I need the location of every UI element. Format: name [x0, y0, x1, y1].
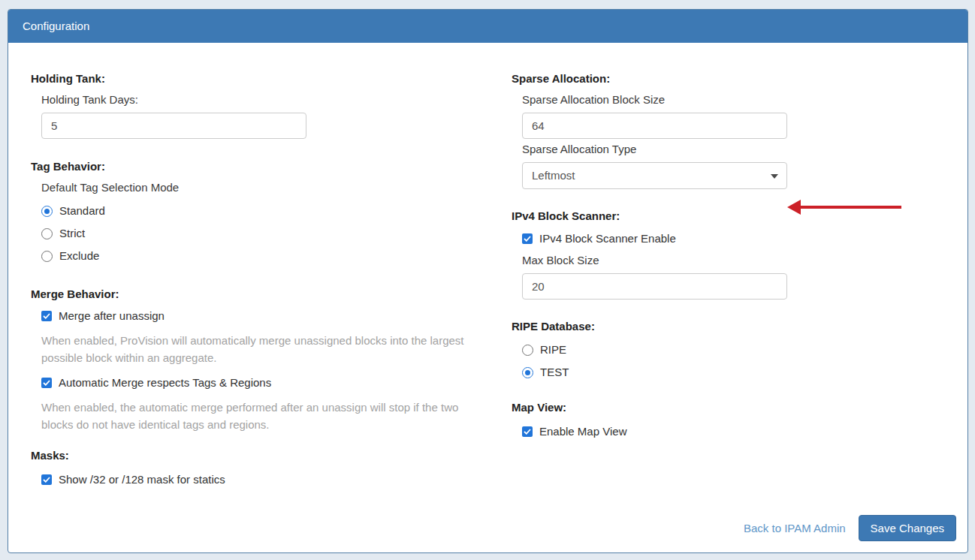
- max-block-size-label: Max Block Size: [522, 254, 947, 267]
- footer-actions: Back to IPAM Admin Save Changes: [744, 515, 956, 541]
- holding-tank-days-label: Holding Tank Days:: [41, 93, 493, 107]
- respects-tags-checkbox[interactable]: [41, 378, 52, 388]
- sparse-type-selected-value: Leftmost: [532, 169, 575, 182]
- holding-tank-days-input[interactable]: [41, 113, 306, 139]
- red-arrow-shaft: [798, 206, 901, 209]
- sparse-type-label: Sparse Allocation Type: [522, 143, 947, 156]
- ipv4-scanner-enable-row[interactable]: IPv4 Block Scanner Enable: [522, 232, 947, 245]
- enable-map-view-row[interactable]: Enable Map View: [522, 425, 947, 438]
- radio-option-test[interactable]: TEST: [522, 366, 947, 379]
- merge-after-unassign-checkbox[interactable]: [41, 311, 52, 321]
- checkmark-icon: [43, 313, 50, 319]
- max-block-size-input[interactable]: [522, 273, 787, 300]
- show-mask-checkbox[interactable]: [41, 474, 52, 485]
- radio-test-label[interactable]: TEST: [540, 366, 569, 379]
- default-tag-selection-mode-label: Default Tag Selection Mode: [41, 181, 493, 194]
- save-changes-button[interactable]: Save Changes: [859, 515, 956, 541]
- masks-heading: Masks:: [31, 449, 493, 462]
- merge-after-unassign-row[interactable]: Merge after unassign: [41, 309, 493, 323]
- radio-exclude[interactable]: [41, 251, 53, 262]
- enable-map-view-label[interactable]: Enable Map View: [539, 425, 626, 438]
- respects-tags-label[interactable]: Automatic Merge respects Tags & Regions: [59, 376, 271, 390]
- back-to-ipam-admin-link[interactable]: Back to IPAM Admin: [744, 522, 846, 534]
- checkmark-icon: [524, 236, 531, 242]
- respects-tags-help: When enabled, the automatic merge perfor…: [41, 399, 492, 433]
- radio-option-standard[interactable]: Standard: [41, 204, 493, 218]
- radio-standard[interactable]: [41, 206, 53, 217]
- radio-strict[interactable]: [41, 228, 53, 239]
- radio-test[interactable]: [522, 367, 533, 378]
- map-view-heading: Map View:: [512, 401, 947, 414]
- panel-body: Holding Tank: Holding Tank Days: Tag Beh…: [8, 43, 967, 553]
- radio-ripe-label[interactable]: RIPE: [540, 343, 566, 357]
- radio-option-ripe[interactable]: RIPE: [522, 343, 947, 357]
- red-arrow-annotation: [787, 200, 910, 215]
- sparse-block-size-label: Sparse Allocation Block Size: [522, 93, 947, 107]
- radio-option-exclude[interactable]: Exclude: [41, 249, 493, 263]
- sparse-block-size-input[interactable]: [522, 113, 787, 139]
- panel-header: Configuration: [8, 10, 967, 43]
- sparse-type-select[interactable]: Leftmost: [522, 162, 787, 189]
- checkmark-icon: [43, 477, 50, 483]
- sparse-allocation-heading: Sparse Allocation:: [512, 72, 947, 86]
- right-column: Sparse Allocation: Sparse Allocation Blo…: [512, 72, 947, 438]
- radio-exclude-label[interactable]: Exclude: [59, 249, 99, 263]
- configuration-panel: Configuration Holding Tank: Holding Tank…: [8, 9, 968, 553]
- holding-tank-heading: Holding Tank:: [31, 72, 493, 86]
- radio-ripe[interactable]: [522, 345, 533, 356]
- enable-map-view-checkbox[interactable]: [522, 426, 533, 437]
- merge-behavior-heading: Merge Behavior:: [31, 288, 493, 301]
- ipv4-scanner-enable-checkbox[interactable]: [522, 233, 533, 244]
- respects-tags-row[interactable]: Automatic Merge respects Tags & Regions: [41, 376, 493, 390]
- chevron-down-icon: [771, 174, 778, 179]
- show-mask-label[interactable]: Show /32 or /128 mask for statics: [59, 473, 225, 486]
- radio-option-strict[interactable]: Strict: [41, 227, 493, 240]
- show-mask-row[interactable]: Show /32 or /128 mask for statics: [41, 473, 493, 486]
- merge-after-unassign-label[interactable]: Merge after unassign: [59, 309, 165, 323]
- radio-strict-label[interactable]: Strict: [59, 227, 85, 240]
- checkmark-icon: [43, 380, 50, 386]
- left-column: Holding Tank: Holding Tank Days: Tag Beh…: [31, 72, 493, 486]
- ripe-database-heading: RIPE Database:: [512, 320, 947, 333]
- panel-title: Configuration: [23, 20, 89, 32]
- merge-after-unassign-help: When enabled, ProVision will automatical…: [41, 332, 492, 366]
- ipv4-scanner-enable-label[interactable]: IPv4 Block Scanner Enable: [539, 232, 676, 245]
- checkmark-icon: [524, 429, 531, 435]
- tag-behavior-heading: Tag Behavior:: [31, 160, 493, 173]
- radio-standard-label[interactable]: Standard: [59, 204, 105, 218]
